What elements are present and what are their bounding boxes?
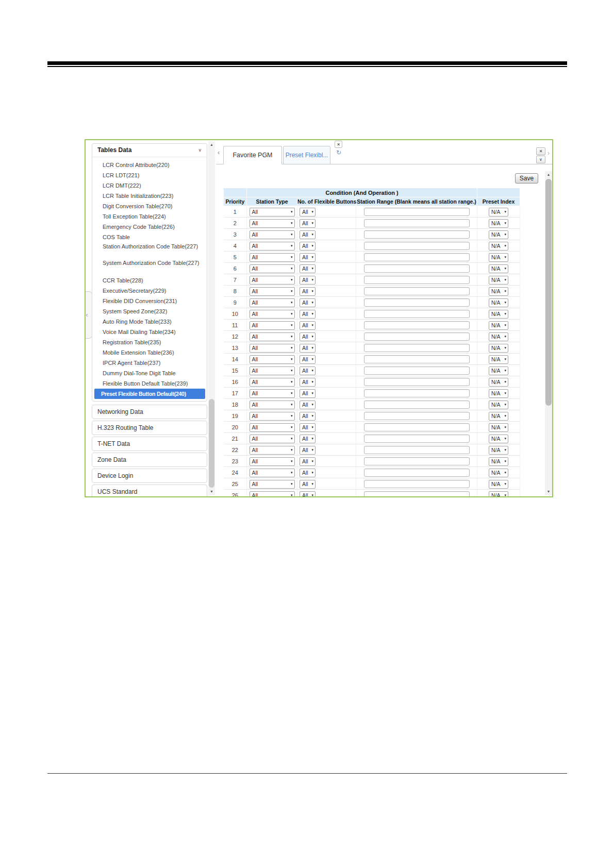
sidebar-section-t-net-data[interactable]: T-NET Data (92, 437, 207, 451)
station-type-select[interactable]: All▾ (250, 457, 295, 466)
flexible-buttons-select[interactable]: All▾ (300, 332, 316, 341)
station-type-select[interactable]: All▾ (250, 400, 295, 409)
station-range-input[interactable] (364, 242, 470, 250)
station-range-input[interactable] (364, 412, 470, 420)
sidebar-item[interactable]: Station Authorization Code Table(227) (92, 242, 207, 259)
tab-close-button[interactable]: ✕ (335, 141, 342, 148)
station-type-select[interactable]: All▾ (250, 366, 295, 375)
sidebar-item[interactable]: Auto Ring Mode Table(233) (92, 316, 207, 327)
preset-index-select[interactable]: N/A▾ (489, 264, 508, 273)
preset-index-select[interactable]: N/A▾ (489, 298, 508, 307)
preset-index-select[interactable]: N/A▾ (489, 480, 508, 489)
station-range-input[interactable] (364, 457, 470, 465)
station-range-input[interactable] (364, 469, 470, 477)
preset-index-select[interactable]: N/A▾ (489, 400, 508, 409)
station-range-input[interactable] (364, 446, 470, 454)
station-type-select[interactable]: All▾ (250, 344, 295, 353)
station-type-select[interactable]: All▾ (250, 310, 295, 319)
sidebar-item[interactable]: Executive/Secretary(229) (92, 286, 207, 296)
sidebar-item[interactable]: Flexible Button Default Table(239) (92, 378, 207, 389)
flexible-buttons-select[interactable]: All▾ (300, 435, 316, 443)
save-button[interactable]: Save (515, 173, 538, 183)
preset-index-select[interactable]: N/A▾ (489, 230, 508, 239)
flexible-buttons-select[interactable]: All▾ (300, 389, 316, 398)
sidebar-item[interactable]: Registration Table(235) (92, 337, 207, 347)
tab-scroll-left-icon[interactable]: ‹ (218, 148, 220, 156)
station-range-input[interactable] (364, 219, 470, 227)
station-type-select[interactable]: All▾ (250, 332, 295, 341)
preset-index-select[interactable]: N/A▾ (489, 253, 508, 262)
preset-index-select[interactable]: N/A▾ (489, 366, 508, 375)
preset-index-select[interactable]: N/A▾ (489, 242, 508, 251)
station-type-select[interactable]: All▾ (250, 355, 295, 364)
station-type-select[interactable]: All▾ (250, 219, 295, 228)
flexible-buttons-select[interactable]: All▾ (300, 208, 316, 216)
station-range-input[interactable] (364, 264, 470, 273)
flexible-buttons-select[interactable]: All▾ (300, 253, 316, 262)
sidebar-item-selected[interactable]: Preset Flexible Button Default(240) (94, 389, 205, 399)
station-range-input[interactable] (364, 310, 470, 318)
station-range-input[interactable] (364, 276, 470, 284)
sidebar-item[interactable]: System Speed Zone(232) (92, 306, 207, 316)
station-type-select[interactable]: All▾ (250, 264, 295, 273)
station-range-input[interactable] (364, 491, 470, 498)
station-type-select[interactable]: All▾ (250, 287, 295, 296)
station-range-input[interactable] (364, 321, 470, 329)
station-range-input[interactable] (364, 389, 470, 397)
sidebar-item[interactable]: LCR DMT(222) (92, 180, 207, 191)
station-range-input[interactable] (364, 208, 470, 216)
sidebar-scrollbar-thumb[interactable] (209, 399, 214, 488)
flexible-buttons-select[interactable]: All▾ (300, 366, 316, 375)
sidebar-item[interactable]: LCR Table Initialization(223) (92, 191, 207, 201)
flexible-buttons-select[interactable]: All▾ (300, 412, 316, 421)
station-range-input[interactable] (364, 355, 470, 363)
main-scrollbar[interactable]: ▲ ▼ (545, 171, 552, 495)
preset-index-select[interactable]: N/A▾ (489, 332, 508, 341)
station-range-input[interactable] (364, 423, 470, 431)
tab-favorite-pgm[interactable]: Favorite PGM (223, 146, 282, 164)
station-range-input[interactable] (364, 435, 470, 443)
preset-index-select[interactable]: N/A▾ (489, 276, 508, 285)
sidebar-item[interactable]: System Authorization Code Table(227) (92, 259, 207, 275)
sidebar-item[interactable]: Dummy Dial-Tone Digit Table (92, 368, 207, 378)
flexible-buttons-select[interactable]: All▾ (300, 310, 316, 319)
scroll-up-icon[interactable]: ▲ (208, 141, 215, 148)
station-type-select[interactable]: All▾ (250, 446, 295, 455)
flexible-buttons-select[interactable]: All▾ (300, 400, 316, 409)
station-range-input[interactable] (364, 287, 470, 295)
station-range-input[interactable] (364, 480, 470, 488)
station-type-select[interactable]: All▾ (250, 253, 295, 262)
panel-close-button[interactable]: ✕ (536, 147, 545, 155)
sidebar-item[interactable]: COS Table (92, 232, 207, 242)
station-type-select[interactable]: All▾ (250, 208, 295, 216)
station-type-select[interactable]: All▾ (250, 298, 295, 307)
main-scrollbar-thumb[interactable] (545, 179, 552, 406)
sidebar-item[interactable]: CCR Table(228) (92, 275, 207, 286)
preset-index-select[interactable]: N/A▾ (489, 310, 508, 319)
sidebar-item[interactable]: LCR Control Attribute(220) (92, 160, 207, 170)
preset-index-select[interactable]: N/A▾ (489, 435, 508, 443)
station-type-select[interactable]: All▾ (250, 412, 295, 421)
preset-index-select[interactable]: N/A▾ (489, 219, 508, 228)
preset-index-select[interactable]: N/A▾ (489, 287, 508, 296)
preset-index-select[interactable]: N/A▾ (489, 208, 508, 216)
sidebar-item[interactable]: LCR LDT(221) (92, 170, 207, 180)
flexible-buttons-select[interactable]: All▾ (300, 378, 316, 387)
flexible-buttons-select[interactable]: All▾ (300, 491, 316, 497)
station-type-select[interactable]: All▾ (250, 276, 295, 285)
flexible-buttons-select[interactable]: All▾ (300, 276, 316, 285)
preset-index-select[interactable]: N/A▾ (489, 469, 508, 477)
station-type-select[interactable]: All▾ (250, 230, 295, 239)
flexible-buttons-select[interactable]: All▾ (300, 469, 316, 477)
flexible-buttons-select[interactable]: All▾ (300, 242, 316, 251)
flexible-buttons-select[interactable]: All▾ (300, 344, 316, 353)
flexible-buttons-select[interactable]: All▾ (300, 355, 316, 364)
station-range-input[interactable] (364, 400, 470, 409)
flexible-buttons-select[interactable]: All▾ (300, 321, 316, 330)
flexible-buttons-select[interactable]: All▾ (300, 230, 316, 239)
scroll-down-icon[interactable]: ▼ (545, 488, 552, 495)
sidebar-item[interactable]: Flexible DID Conversion(231) (92, 296, 207, 306)
sidebar-section-ucs-standard[interactable]: UCS Standard (92, 485, 207, 497)
station-range-input[interactable] (364, 230, 470, 239)
station-range-input[interactable] (364, 378, 470, 386)
